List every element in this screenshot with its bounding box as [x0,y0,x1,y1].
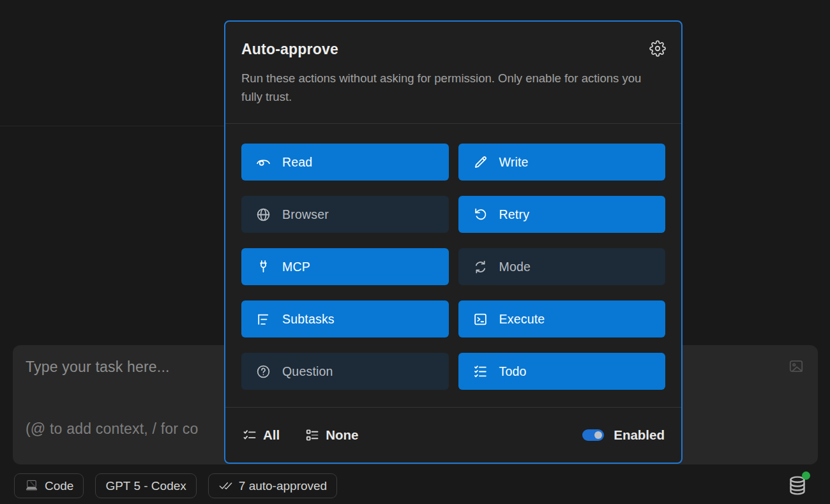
mode-selector-button[interactable]: Code [14,473,84,498]
checklist-icon [242,427,257,443]
action-browser[interactable]: Browser [241,196,449,233]
toggle-knob [594,431,602,439]
action-label: Question [282,364,333,379]
globe-icon [255,207,271,223]
unchecked-list-icon [305,427,320,443]
select-none-label: None [326,427,358,443]
laptop-icon [24,478,39,493]
action-label: Subtasks [282,312,335,327]
gear-icon[interactable] [649,40,666,57]
enabled-toggle-label: Enabled [614,427,665,443]
terminal-icon [472,311,488,327]
enabled-toggle-group: Enabled [582,427,665,443]
select-all-label: All [263,427,280,443]
enabled-toggle[interactable] [582,429,604,441]
action-execute[interactable]: Execute [458,300,666,337]
auto-approve-modal: Auto-approve Run these actions without a… [224,20,683,464]
action-todo[interactable]: Todo [458,353,666,390]
action-label: Execute [499,312,545,327]
action-label: Write [499,155,529,170]
image-icon[interactable] [788,358,804,374]
eye-icon [255,154,271,170]
background-panel-divider [0,126,225,126]
action-label: Browser [282,207,329,222]
modal-description: Run these actions without asking for per… [241,69,660,106]
sync-icon [472,259,488,275]
modal-header: Auto-approve Run these actions without a… [225,22,681,124]
refresh-icon [472,207,488,223]
status-bar: Code GPT 5 - Codex 7 auto-approved [14,473,337,498]
modal-footer: All None Enabled [225,408,681,463]
action-label: Retry [499,207,530,222]
model-selector-button[interactable]: GPT 5 - Codex [95,473,196,498]
auto-approved-button[interactable]: 7 auto-approved [208,473,337,498]
action-label: MCP [282,260,310,274]
task-input-hint: (@ to add context, / for co [26,420,198,438]
plug-icon [255,259,271,275]
action-write[interactable]: Write [458,144,666,181]
select-all-button[interactable]: All [242,427,280,443]
pencil-icon [472,154,488,170]
select-none-button[interactable]: None [305,427,358,443]
action-grid: Read Write Browser [225,124,681,408]
mode-selector-label: Code [45,479,73,493]
action-read[interactable]: Read [241,144,449,181]
action-retry[interactable]: Retry [458,196,666,233]
model-selector-label: GPT 5 - Codex [105,479,186,493]
list-tree-icon [255,311,271,327]
checked-list-icon [472,364,488,380]
double-check-icon [218,478,233,493]
action-mode[interactable]: Mode [458,248,666,285]
modal-title: Auto-approve [241,41,665,58]
task-input-placeholder: Type your task here... [26,359,170,376]
auto-approved-label: 7 auto-approved [239,479,327,493]
question-icon [255,364,271,380]
action-label: Todo [499,364,527,379]
action-label: Read [282,155,312,170]
action-question[interactable]: Question [241,353,449,390]
action-mcp[interactable]: MCP [241,248,449,285]
action-label: Mode [499,260,531,274]
status-dot [802,471,810,480]
database-icon[interactable] [786,474,809,497]
action-subtasks[interactable]: Subtasks [241,300,449,337]
